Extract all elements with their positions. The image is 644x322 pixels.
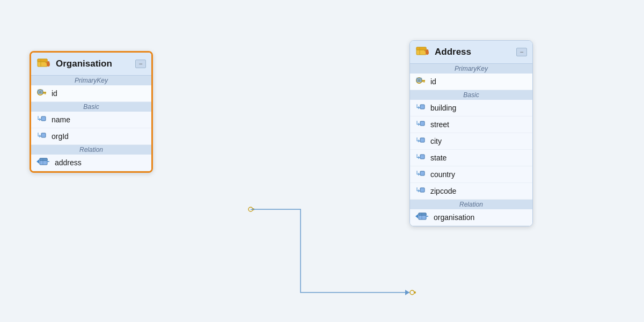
organisation-name-row[interactable]: ↳ name: [31, 112, 151, 128]
organisation-table-icon: [36, 57, 52, 71]
address-pk-icon: [415, 76, 426, 87]
address-header: Address −: [410, 41, 532, 64]
organisation-id-row[interactable]: id: [31, 85, 151, 102]
address-organisation-field: organisation: [434, 213, 474, 222]
svg-rect-48: [420, 155, 425, 159]
address-country-field: country: [430, 170, 455, 179]
address-building-row[interactable]: ↳ building: [410, 100, 532, 116]
address-card[interactable]: Address − PrimaryKey id Basic: [409, 40, 533, 226]
svg-point-4: [414, 291, 416, 294]
svg-rect-55: [419, 213, 426, 215]
organisation-orgid-field: orgId: [52, 132, 69, 141]
svg-rect-52: [420, 188, 425, 192]
address-id-row[interactable]: id: [410, 74, 532, 90]
address-street-row[interactable]: ↳ street: [410, 116, 532, 133]
svg-point-0: [248, 207, 253, 211]
address-title: Address: [435, 47, 471, 57]
address-id-field: id: [430, 77, 436, 86]
relation-icon-address: [36, 157, 50, 168]
svg-rect-24: [40, 158, 47, 160]
address-state-row[interactable]: ↳ state: [410, 150, 532, 166]
address-organisation-row[interactable]: organisation: [410, 209, 532, 226]
address-basic-label: Basic: [410, 90, 532, 100]
svg-rect-50: [420, 171, 425, 175]
organisation-header: Organisation −: [31, 53, 151, 76]
svg-marker-53: [415, 214, 418, 218]
address-zipcode-field: zipcode: [430, 187, 456, 195]
organisation-id-field: id: [52, 89, 57, 98]
organisation-card[interactable]: Organisation − PrimaryKey id Bas: [30, 51, 153, 173]
field-icon-state: ↳: [415, 152, 426, 163]
field-icon-zipcode: ↳: [415, 186, 426, 196]
svg-rect-21: [41, 133, 46, 137]
address-street-field: street: [430, 120, 449, 129]
field-icon-street: ↳: [415, 119, 426, 130]
svg-rect-6: [38, 59, 47, 62]
organisation-name-field: name: [52, 115, 70, 124]
organisation-basic-label: Basic: [31, 102, 151, 112]
organisation-pk-label: PrimaryKey: [31, 76, 151, 85]
field-icon-city: ↳: [415, 136, 426, 147]
pk-key-icon: [36, 88, 47, 99]
svg-rect-16: [43, 93, 45, 94]
address-relation-label: Relation: [410, 200, 532, 209]
svg-rect-17: [38, 90, 43, 94]
address-state-field: state: [430, 153, 447, 162]
address-zipcode-row[interactable]: ↳ zipcode: [410, 183, 532, 200]
svg-marker-22: [36, 159, 39, 164]
svg-rect-19: [41, 116, 46, 121]
relation-icon-organisation: [415, 212, 429, 223]
address-country-row[interactable]: ↳ country: [410, 166, 532, 183]
svg-rect-40: [416, 78, 422, 82]
address-pk-label: PrimaryKey: [410, 64, 532, 74]
organisation-orgid-row[interactable]: ↳ orgId: [31, 128, 151, 145]
address-city-field: city: [430, 137, 442, 145]
svg-point-1: [252, 208, 254, 210]
address-building-field: building: [430, 104, 456, 112]
svg-rect-29: [416, 47, 426, 50]
organisation-minimize-btn[interactable]: −: [135, 60, 146, 68]
organisation-address-field: address: [55, 158, 82, 167]
svg-rect-46: [420, 138, 425, 142]
address-table-icon: [415, 45, 430, 59]
svg-point-3: [410, 290, 414, 295]
organisation-address-row[interactable]: address: [31, 155, 151, 171]
field-icon-orgid: ↳: [36, 131, 47, 142]
svg-rect-42: [420, 105, 425, 109]
diagram-canvas: Organisation − PrimaryKey id Bas: [0, 0, 644, 322]
field-icon-building: ↳: [415, 103, 426, 113]
field-icon-country: ↳: [415, 169, 426, 180]
organisation-relation-label: Relation: [31, 145, 151, 155]
address-minimize-btn[interactable]: −: [516, 48, 527, 56]
svg-rect-38: [423, 82, 425, 83]
svg-rect-39: [422, 82, 423, 83]
address-city-row[interactable]: ↳ city: [410, 133, 532, 150]
svg-rect-15: [45, 93, 46, 94]
organisation-title: Organisation: [56, 58, 112, 69]
svg-marker-2: [405, 290, 409, 295]
field-icon-name: ↳: [36, 114, 47, 125]
svg-rect-44: [420, 121, 425, 126]
